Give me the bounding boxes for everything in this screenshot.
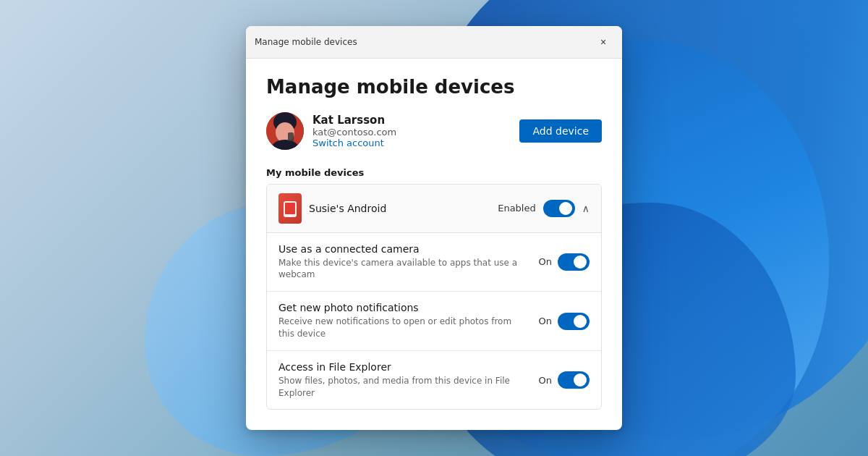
setting-info-2: Access in File Explorer Show files, phot… [278,361,527,400]
device-header-row: Susie's Android Enabled ∧ [267,185,601,233]
avatar [266,112,304,150]
setting-row: Access in File Explorer Show files, phot… [267,351,601,410]
toggle-slider-1 [558,313,590,330]
title-bar: Manage mobile devices × [246,26,622,59]
setting-title-2: Access in File Explorer [278,361,527,373]
device-status-label: Enabled [498,203,536,214]
setting-on-label-2: On [539,375,552,386]
account-info: Kat Larsson kat@contoso.com Switch accou… [266,112,396,150]
setting-row: Use as a connected camera Make this devi… [267,233,601,292]
setting-info-0: Use as a connected camera Make this devi… [278,243,527,282]
setting-row: Get new photo notifications Receive new … [267,292,601,351]
manage-mobile-devices-dialog: Manage mobile devices × Manage mobile de… [246,26,622,431]
add-device-button[interactable]: Add device [519,119,602,143]
device-name: Susie's Android [309,203,386,214]
account-name: Kat Larsson [312,114,396,127]
setting-right-1: On [539,313,590,330]
toggle-slider-2 [558,371,590,389]
dialog-content: Manage mobile devices [246,59,622,431]
svg-rect-6 [285,203,295,214]
title-bar-text: Manage mobile devices [255,37,357,47]
account-section: Kat Larsson kat@contoso.com Switch accou… [266,112,602,150]
setting-on-label-1: On [539,316,552,326]
setting-on-label-0: On [539,256,552,267]
setting-title-0: Use as a connected camera [278,243,527,255]
svg-rect-4 [288,132,294,141]
setting-toggle-2[interactable] [558,371,590,389]
setting-description-1: Receive new notifications to open or edi… [278,316,527,340]
avatar-image [266,112,304,150]
setting-right-2: On [539,371,590,389]
setting-info-1: Get new photo notifications Receive new … [278,302,527,340]
device-left: Susie's Android [278,193,386,224]
toggle-slider-0 [558,253,590,271]
setting-description-2: Show files, photos, and media from this … [278,375,527,400]
account-details: Kat Larsson kat@contoso.com Switch accou… [312,114,396,148]
setting-toggle-1[interactable] [558,313,590,330]
device-enabled-toggle[interactable] [543,200,575,217]
android-icon [283,198,297,219]
settings-container: Use as a connected camera Make this devi… [267,233,601,410]
close-button[interactable]: × [593,32,613,52]
account-email: kat@contoso.com [312,127,396,138]
svg-rect-8 [288,201,292,202]
chevron-up-icon[interactable]: ∧ [582,203,590,214]
setting-right-0: On [539,253,590,271]
dialog-heading: Manage mobile devices [266,76,602,98]
my-mobile-devices-label: My mobile devices [266,167,602,178]
setting-title-1: Get new photo notifications [278,302,527,313]
device-right: Enabled ∧ [498,200,590,217]
device-icon [278,193,302,224]
svg-point-7 [289,215,292,217]
toggle-slider [543,200,575,217]
switch-account-link[interactable]: Switch account [312,138,396,148]
setting-description-0: Make this device's camera available to a… [278,257,527,282]
devices-list: Susie's Android Enabled ∧ Use as a conne… [266,184,602,410]
setting-toggle-0[interactable] [558,253,590,271]
